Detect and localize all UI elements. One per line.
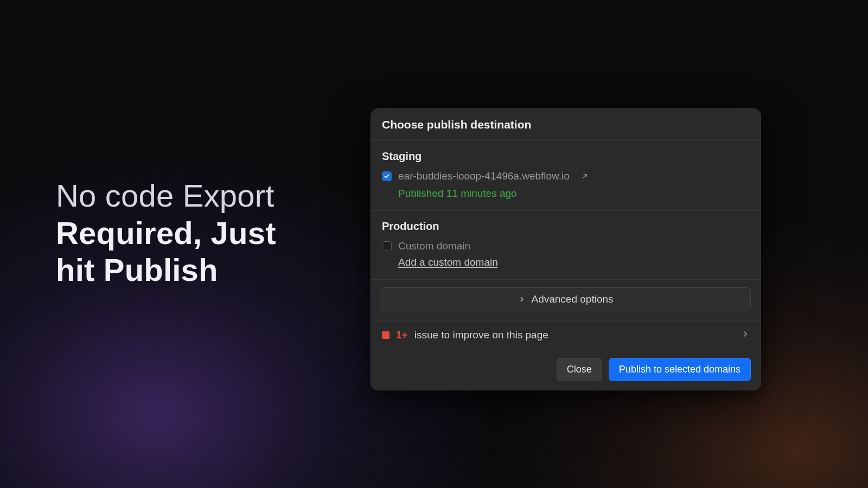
dialog-footer: Close Publish to selected domains bbox=[371, 350, 761, 390]
staging-checkbox[interactable] bbox=[382, 171, 392, 181]
publish-button[interactable]: Publish to selected domains bbox=[609, 358, 751, 381]
chevron-right-icon bbox=[518, 296, 526, 303]
dialog-title: Choose publish destination bbox=[382, 118, 750, 131]
close-button[interactable]: Close bbox=[557, 358, 602, 381]
advanced-options-wrap: Advanced options bbox=[371, 280, 761, 320]
production-label: Production bbox=[382, 220, 750, 233]
staging-publish-status: Published 11 minutes ago bbox=[398, 188, 750, 200]
issue-count: 1+ bbox=[396, 329, 408, 341]
issue-text: issue to improve on this page bbox=[414, 329, 735, 341]
external-link-icon[interactable] bbox=[580, 172, 589, 181]
custom-domain-label: Custom domain bbox=[398, 240, 470, 252]
issue-indicator-icon bbox=[382, 331, 390, 339]
staging-label: Staging bbox=[382, 150, 750, 163]
chevron-right-icon bbox=[741, 330, 750, 341]
marketing-headline: No code Export Required, Just hit Publis… bbox=[56, 179, 276, 287]
production-section: Production Custom domain Add a custom do… bbox=[371, 211, 761, 280]
production-checkbox[interactable] bbox=[382, 241, 392, 251]
headline-line-3: hit Publish bbox=[56, 253, 276, 287]
add-custom-domain-link[interactable]: Add a custom domain bbox=[398, 256, 498, 268]
issues-row[interactable]: 1+ issue to improve on this page bbox=[371, 320, 761, 350]
production-domain-row: Custom domain bbox=[382, 240, 750, 252]
staging-section: Staging ear-buddies-looop-41496a.webflow… bbox=[371, 141, 761, 211]
headline-line-1: No code Export bbox=[56, 179, 276, 213]
staging-domain-row: ear-buddies-looop-41496a.webflow.io bbox=[382, 170, 750, 182]
advanced-options-label: Advanced options bbox=[531, 293, 613, 305]
check-icon bbox=[384, 173, 390, 179]
advanced-options-button[interactable]: Advanced options bbox=[381, 287, 751, 311]
headline-line-2: Required, Just bbox=[56, 216, 276, 251]
staging-domain-name: ear-buddies-looop-41496a.webflow.io bbox=[398, 170, 570, 182]
dialog-header: Choose publish destination bbox=[371, 109, 761, 141]
publish-dialog: Choose publish destination Staging ear-b… bbox=[371, 108, 761, 390]
